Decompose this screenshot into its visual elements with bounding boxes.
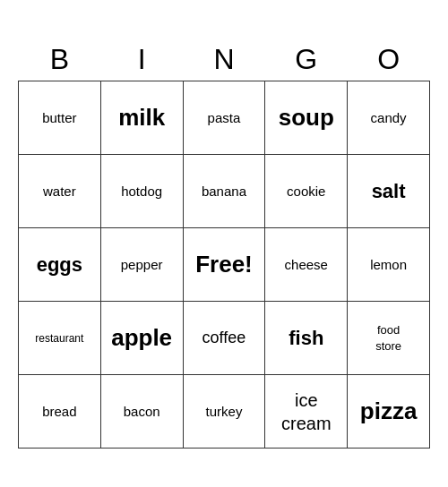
bingo-cell: restaurant: [19, 302, 101, 375]
bingo-cell: coffee: [183, 302, 265, 375]
bingo-header-letter: N: [183, 38, 265, 81]
bingo-cell: turkey: [183, 375, 265, 449]
bingo-cell: hotdog: [100, 155, 183, 228]
bingo-cell: cookie: [265, 155, 348, 228]
bingo-cell: eggs: [19, 228, 101, 302]
table-row: eggspepperFree!cheeselemon: [19, 228, 430, 302]
bingo-cell: milk: [100, 81, 183, 155]
bingo-header-letter: G: [265, 38, 348, 81]
bingo-cell: bacon: [100, 375, 183, 449]
table-row: restaurantapplecoffeefishfoodstore: [19, 302, 430, 375]
bingo-cell: apple: [100, 302, 183, 375]
bingo-cell: water: [19, 155, 101, 228]
table-row: breadbaconturkeyicecreampizza: [19, 375, 430, 449]
bingo-cell: foodstore: [348, 302, 430, 375]
bingo-cell: candy: [348, 81, 430, 155]
bingo-cell: soup: [265, 81, 348, 155]
bingo-header-letter: O: [348, 38, 430, 81]
bingo-cell: banana: [183, 155, 265, 228]
bingo-cell: cheese: [265, 228, 348, 302]
bingo-cell: pizza: [348, 375, 430, 449]
bingo-cell: Free!: [183, 228, 265, 302]
bingo-cell: pepper: [100, 228, 183, 302]
bingo-cell: lemon: [348, 228, 430, 302]
bingo-cell: pasta: [183, 81, 265, 155]
bingo-header-letter: I: [100, 38, 183, 81]
bingo-card: BINGO buttermilkpastasoupcandywaterhotdo…: [18, 38, 430, 449]
table-row: buttermilkpastasoupcandy: [19, 81, 430, 155]
bingo-header-letter: B: [19, 38, 101, 81]
bingo-cell: fish: [265, 302, 348, 375]
bingo-cell: butter: [19, 81, 101, 155]
bingo-cell: salt: [348, 155, 430, 228]
table-row: waterhotdogbananacookiesalt: [19, 155, 430, 228]
bingo-cell: icecream: [265, 375, 348, 449]
bingo-cell: bread: [19, 375, 101, 449]
